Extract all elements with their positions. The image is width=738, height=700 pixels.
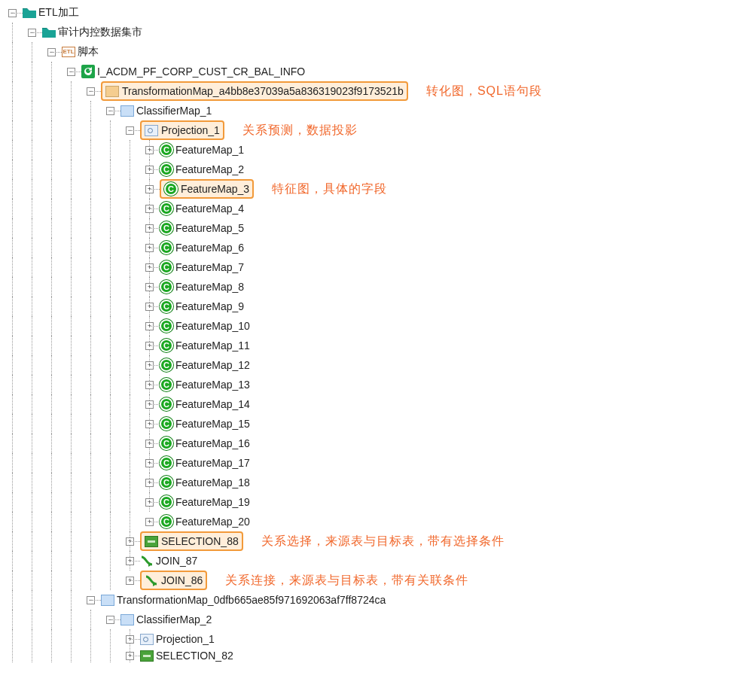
feature-icon: C xyxy=(160,202,173,215)
folder-icon xyxy=(23,6,36,20)
tree-node-feature[interactable]: +CFeatureMap_19 xyxy=(3,492,738,512)
tree-node-cmap2[interactable]: − ClassifierMap_2 xyxy=(3,610,738,629)
etl-script-icon: ETL xyxy=(62,45,75,59)
tree-node-feature[interactable]: +CFeatureMap_17 xyxy=(3,453,738,473)
node-label: ClassifierMap_2 xyxy=(136,613,212,625)
tree-node-feature[interactable]: +CFeatureMap_1 xyxy=(3,140,738,160)
highlight-box: SELECTION_88 xyxy=(140,531,243,551)
tree-node-feature[interactable]: +CFeatureMap_20 xyxy=(3,512,738,531)
node-label: SELECTION_88 xyxy=(161,535,239,547)
tree-node-job[interactable]: − I_ACDM_PF_CORP_CUST_CR_BAL_INFO xyxy=(3,62,738,81)
tree-node-feature[interactable]: +CFeatureMap_10 xyxy=(3,316,738,336)
tree-node-feature[interactable]: +CFeatureMap_9 xyxy=(3,297,738,316)
annotation: 关系选择，来源表与目标表，带有选择条件 xyxy=(261,534,505,549)
node-label: FeatureMap_6 xyxy=(175,242,244,254)
node-label: FeatureMap_11 xyxy=(175,339,250,352)
tree-node-script[interactable]: − ETL 脚本 xyxy=(3,42,738,62)
node-label: JOIN_87 xyxy=(156,555,197,567)
tree-node-tmap2[interactable]: − TransformationMap_0dfb665ae85f97169206… xyxy=(3,590,738,610)
node-label: ClassifierMap_1 xyxy=(136,105,212,117)
tree-node-selection-82[interactable]: + SELECTION_82 xyxy=(3,649,738,662)
tree-node-feature[interactable]: +CFeatureMap_13 xyxy=(3,375,738,394)
node-label: 脚本 xyxy=(78,45,99,59)
node-label: FeatureMap_18 xyxy=(175,476,250,488)
tree-node-feature[interactable]: +CFeatureMap_12 xyxy=(3,355,738,375)
node-label: I_ACDM_PF_CORP_CUST_CR_BAL_INFO xyxy=(97,65,305,78)
classifier-icon xyxy=(120,104,134,117)
tree-node-feature[interactable]: +CFeatureMap_5 xyxy=(3,218,738,238)
tree-node-join-86[interactable]: + JOIN_86 关系连接，来源表与目标表，带有关联条件 xyxy=(3,571,738,590)
tree-node-feature[interactable]: +CFeatureMap_18 xyxy=(3,473,738,492)
tree-node-feature[interactable]: +CFeatureMap_2 xyxy=(3,160,738,179)
feature-icon: C xyxy=(160,358,173,372)
map-icon xyxy=(101,593,114,607)
tree-node-feature[interactable]: +CFeatureMap_11 xyxy=(3,336,738,355)
annotation: 转化图，SQL语句段 xyxy=(426,84,542,99)
tree-node-audit[interactable]: − 审计内控数据集市 xyxy=(3,23,738,42)
feature-icon: C xyxy=(160,260,173,274)
projection-icon xyxy=(145,123,158,137)
node-label: 审计内控数据集市 xyxy=(58,26,142,39)
tree-node-feature[interactable]: +CFeatureMap_4 xyxy=(3,199,738,218)
projection-icon xyxy=(140,632,154,646)
folder-icon xyxy=(42,26,56,39)
tree-node-feature[interactable]: +CFeatureMap_3特征图，具体的字段 xyxy=(3,179,738,199)
join-icon xyxy=(145,574,158,586)
classifier-icon xyxy=(120,613,134,626)
tree-node-feature[interactable]: +CFeatureMap_16 xyxy=(3,434,738,453)
node-label: FeatureMap_5 xyxy=(175,222,244,234)
tree-node-proj1[interactable]: − Projection_1 关系预测，数据投影 xyxy=(3,120,738,140)
node-label: FeatureMap_3 xyxy=(181,183,249,195)
node-label: FeatureMap_15 xyxy=(175,418,250,430)
feature-icon: C xyxy=(160,456,173,470)
node-label: FeatureMap_7 xyxy=(175,261,244,273)
node-label: TransformationMap_a4bb8e37039a5a83631902… xyxy=(122,85,404,97)
tree-node-join-87[interactable]: + JOIN_87 xyxy=(3,551,738,571)
feature-icon: C xyxy=(160,437,173,450)
node-label: FeatureMap_10 xyxy=(175,320,250,332)
node-label: FeatureMap_2 xyxy=(175,163,244,175)
highlight-box: TransformationMap_a4bb8e37039a5a83631902… xyxy=(101,81,408,101)
tree-node-tmap1[interactable]: − TransformationMap_a4bb8e37039a5a836319… xyxy=(3,81,738,101)
node-label: FeatureMap_1 xyxy=(175,144,244,156)
tree-node-etl[interactable]: − ETL加工 xyxy=(3,3,738,23)
annotation: 关系预测，数据投影 xyxy=(242,123,358,138)
annotation: 特征图，具体的字段 xyxy=(272,181,387,197)
feature-icon: C xyxy=(160,319,173,333)
refresh-icon xyxy=(81,65,95,78)
tree-node-proj2[interactable]: + Projection_1 xyxy=(3,629,738,649)
selection-icon xyxy=(140,649,154,662)
feature-icon: C xyxy=(160,378,173,391)
node-label: FeatureMap_16 xyxy=(175,437,250,449)
tree-node-selection-88[interactable]: + SELECTION_88 关系选择，来源表与目标表，带有选择条件 xyxy=(3,531,738,551)
node-label: TransformationMap_0dfb665ae85f971692063a… xyxy=(117,594,386,606)
feature-icon: C xyxy=(160,280,173,294)
tree-node-feature[interactable]: +CFeatureMap_7 xyxy=(3,257,738,277)
selection-icon xyxy=(145,534,158,548)
feature-icon: C xyxy=(160,417,173,431)
node-label: Projection_1 xyxy=(161,124,220,136)
node-label: FeatureMap_4 xyxy=(175,202,244,215)
tree-node-feature[interactable]: +CFeatureMap_14 xyxy=(3,394,738,414)
feature-icon: C xyxy=(160,397,173,411)
tree-node-feature[interactable]: +CFeatureMap_15 xyxy=(3,414,738,434)
node-label: Projection_1 xyxy=(156,633,215,645)
feature-icon: C xyxy=(160,241,173,254)
tree-node-feature[interactable]: +CFeatureMap_8 xyxy=(3,277,738,297)
node-label: FeatureMap_17 xyxy=(175,457,250,469)
join-icon xyxy=(140,555,154,567)
tree-node-cmap1[interactable]: − ClassifierMap_1 xyxy=(3,101,738,120)
node-label: FeatureMap_19 xyxy=(175,496,250,508)
highlight-box: JOIN_86 xyxy=(140,571,207,590)
feature-icon: C xyxy=(160,163,173,176)
feature-icon: C xyxy=(160,476,173,489)
node-label: FeatureMap_20 xyxy=(175,516,250,528)
feature-icon: C xyxy=(160,495,173,509)
tree: − ETL加工 − 审计内控数据集市 − ETL 脚本 − I_ACDM_PF_… xyxy=(3,3,738,662)
node-label: SELECTION_82 xyxy=(156,650,233,662)
tree-node-feature[interactable]: +CFeatureMap_6 xyxy=(3,238,738,257)
node-label: FeatureMap_13 xyxy=(175,379,250,391)
node-label: FeatureMap_12 xyxy=(175,359,250,371)
feature-icon: C xyxy=(160,515,173,528)
node-label: JOIN_86 xyxy=(161,574,203,586)
